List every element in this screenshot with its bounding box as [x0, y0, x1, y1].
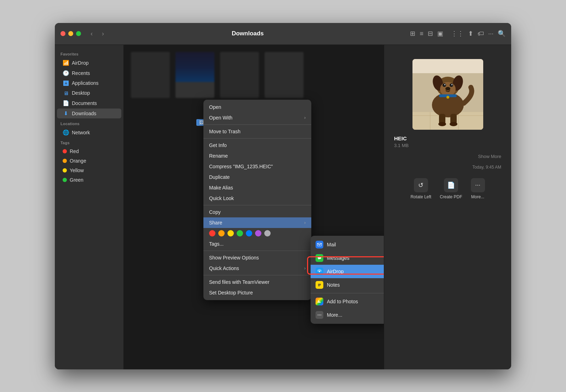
network-icon: 🌐 — [63, 129, 69, 136]
menu-item-desktop-picture[interactable]: Set Desktop Picture — [203, 287, 311, 298]
icon-grid-view[interactable]: ⊞ — [410, 30, 415, 37]
sidebar-label-desktop: Desktop — [72, 90, 90, 96]
share-photos-label: Add to Photos — [327, 299, 358, 304]
share-submenu: Mail Messages AirDrop — [311, 236, 384, 324]
svg-point-27 — [444, 84, 445, 85]
icon-more[interactable]: ··· — [488, 30, 493, 37]
menu-item-move-trash[interactable]: Move to Trash — [203, 126, 311, 137]
preview-info-area: HEIC 3.1 MB — [391, 135, 504, 148]
sidebar-item-desktop[interactable]: 🖥 Desktop — [57, 88, 121, 98]
svg-point-13 — [320, 314, 322, 315]
menu-tags-label: Tags... — [209, 241, 224, 247]
menu-alias-label: Make Alias — [209, 185, 233, 191]
menu-item-open[interactable]: Open — [203, 102, 311, 112]
maximize-button[interactable] — [76, 31, 81, 36]
sidebar-label-red: Red — [70, 148, 79, 154]
sidebar-label-airdrop: AirDrop — [72, 60, 88, 66]
tag-color-gray[interactable] — [264, 230, 271, 236]
context-menu: Open Open With › Move to Trash Get Info … — [203, 100, 311, 300]
tag-dot-red — [63, 149, 67, 153]
menu-item-duplicate[interactable]: Duplicate — [203, 172, 311, 182]
tag-color-purple[interactable] — [255, 230, 261, 236]
sidebar-item-downloads[interactable]: ⬇ Downloads — [57, 109, 121, 118]
tag-dot-green — [63, 178, 67, 182]
menu-quick-actions-label: Quick Actions — [209, 265, 239, 271]
menu-item-teamviewer[interactable]: Send files with TeamViewer — [203, 277, 311, 287]
show-more-button[interactable]: Show More — [478, 154, 501, 159]
sidebar-label-downloads: Downloads — [72, 111, 96, 116]
menu-item-copy[interactable]: Copy — [203, 207, 311, 217]
menu-open-with-label: Open With — [209, 115, 232, 121]
menu-share-label: Share — [209, 220, 222, 226]
share-item-photos[interactable]: Add to Photos — [311, 295, 384, 308]
icon-column-view[interactable]: ⊟ — [428, 30, 433, 37]
sidebar-section-tags: Tags — [55, 138, 123, 146]
rotate-icon: ↺ — [414, 178, 428, 192]
menu-divider-2 — [203, 138, 311, 139]
rotate-left-button[interactable]: ↺ Rotate Left — [410, 178, 431, 199]
icon-group[interactable]: ⋮⋮ — [451, 30, 464, 37]
icon-tag[interactable]: 🏷 — [478, 30, 484, 37]
title-bar: ‹ › Downloads ⊞ ≡ ⊟ ▣ ⋮⋮ ⬆ 🏷 ··· 🔍 — [55, 23, 511, 45]
menu-item-open-with[interactable]: Open With › — [203, 112, 311, 123]
icon-search[interactable]: 🔍 — [498, 30, 506, 37]
menu-item-quick-actions[interactable]: Quick Actions › — [203, 263, 311, 274]
share-item-notes[interactable]: Notes — [311, 278, 384, 292]
svg-point-3 — [318, 257, 321, 259]
sidebar-item-tag-yellow[interactable]: Yellow — [57, 166, 121, 175]
sidebar-label-network: Network — [72, 130, 90, 135]
menu-item-make-alias[interactable]: Make Alias — [203, 182, 311, 193]
applications-icon: 🅰 — [63, 80, 69, 86]
menu-item-quick-look[interactable]: Quick Look — [203, 193, 311, 204]
tag-color-blue[interactable] — [246, 230, 252, 236]
sidebar-item-airdrop[interactable]: 📶 AirDrop — [57, 58, 121, 68]
svg-point-25 — [443, 83, 446, 87]
menu-item-tags[interactable]: Tags... — [203, 239, 311, 249]
menu-item-rename[interactable]: Rename — [203, 151, 311, 161]
icon-share[interactable]: ⬆ — [468, 30, 473, 37]
share-item-messages[interactable]: Messages — [311, 251, 384, 265]
menu-item-show-preview[interactable]: Show Preview Options — [203, 252, 311, 263]
svg-point-5 — [319, 271, 320, 272]
menu-item-compress[interactable]: Compress "IMG_1235.HEIC" — [203, 161, 311, 172]
svg-point-28 — [451, 84, 452, 85]
tag-color-yellow[interactable] — [227, 230, 234, 236]
icon-list-view[interactable]: ≡ — [420, 30, 423, 37]
sidebar-item-tag-orange[interactable]: Orange — [57, 156, 121, 165]
sidebar-section-favorites: Favorites — [55, 49, 123, 58]
recents-icon: 🕐 — [63, 70, 69, 76]
preview-panel: HEIC 3.1 MB Show More Today, 9:45 AM ↺ R… — [384, 45, 511, 369]
sidebar-item-recents[interactable]: 🕐 Recents — [57, 68, 121, 78]
sidebar-item-documents[interactable]: 📄 Documents — [57, 98, 121, 108]
rotate-label: Rotate Left — [410, 194, 431, 199]
more-actions-button[interactable]: ··· More... — [471, 178, 485, 199]
more-label: More... — [471, 194, 484, 199]
svg-point-34 — [438, 122, 446, 126]
minimize-button[interactable] — [68, 31, 73, 36]
tag-color-orange[interactable] — [218, 230, 225, 236]
sidebar-item-applications[interactable]: 🅰 Applications — [57, 78, 121, 88]
sidebar-label-documents: Documents — [72, 100, 97, 106]
create-pdf-button[interactable]: 📄 Create PDF — [440, 178, 462, 199]
menu-compress-label: Compress "IMG_1235.HEIC" — [209, 164, 273, 169]
share-item-mail[interactable]: Mail — [311, 238, 384, 251]
sidebar-item-tag-red[interactable]: Red — [57, 147, 121, 156]
window-title: Downloads — [85, 30, 410, 37]
svg-point-26 — [450, 83, 453, 87]
sidebar-item-tag-green[interactable]: Green — [57, 175, 121, 185]
sidebar-label-recents: Recents — [72, 70, 90, 76]
share-item-airdrop[interactable]: AirDrop — [311, 265, 384, 278]
tag-color-red[interactable] — [209, 230, 215, 236]
icon-gallery-view[interactable]: ▣ — [437, 30, 443, 37]
finder-window: ‹ › Downloads ⊞ ≡ ⊟ ▣ ⋮⋮ ⬆ 🏷 ··· 🔍 Favor… — [55, 23, 511, 369]
photos-icon — [316, 298, 323, 305]
svg-point-12 — [319, 314, 320, 315]
menu-item-get-info[interactable]: Get Info — [203, 140, 311, 151]
share-item-more[interactable]: More... — [311, 308, 384, 322]
sidebar-item-network[interactable]: 🌐 Network — [57, 128, 121, 138]
menu-item-share[interactable]: Share › — [203, 217, 311, 228]
tag-color-green[interactable] — [237, 230, 243, 236]
svg-rect-9 — [318, 286, 320, 286]
close-button[interactable] — [60, 31, 65, 36]
messages-icon — [316, 254, 323, 262]
